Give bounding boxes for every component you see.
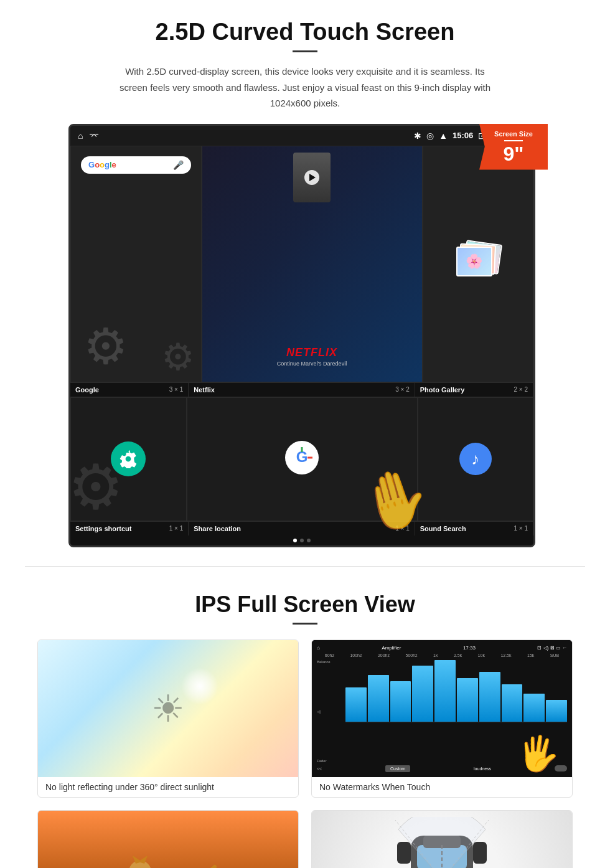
- google-label: Google: [75, 386, 99, 394]
- eq-bar-4: [412, 666, 433, 721]
- eq-loudness-label: loudness: [474, 767, 491, 771]
- gallery-img-front: 🌸: [456, 247, 492, 276]
- app-cell-google[interactable]: Google 🎤 ⚙ ⚙: [70, 146, 202, 382]
- badge-size: 9": [489, 144, 538, 164]
- app-label-share: Share location 1 × 1: [189, 522, 415, 535]
- section-ips: IPS Full Screen View ☀ No light reflecti…: [0, 573, 610, 869]
- light-burst: [181, 668, 218, 705]
- feature-no-reflection: ☀ No light reflecting under 360° direct …: [37, 639, 299, 798]
- settings-label: Settings shortcut: [75, 525, 131, 532]
- dot-3: [307, 539, 311, 542]
- sound-size: 1 × 1: [514, 525, 528, 532]
- app-label-sound: Sound Search 1 × 1: [415, 522, 533, 535]
- section1-description: With 2.5D curved-display screen, this de…: [112, 64, 498, 111]
- mic-icon[interactable]: 🎤: [173, 160, 184, 170]
- dot-2: [300, 539, 304, 542]
- sun-decoration: ☀: [151, 687, 185, 730]
- gallery-label: Photo Gallery: [420, 386, 465, 394]
- bluetooth-icon: ✱: [414, 131, 421, 141]
- eq-bar-3: [390, 681, 411, 721]
- eq-controls: ⊡ ◁) ⊠ ▭ ←: [537, 645, 567, 651]
- head-unit: ⌂ ⌤ ✱ ◎ ▲ 15:06 ⊡ ◁) ⊠ ▭: [68, 124, 535, 547]
- feature-label-no-reflection: No light reflecting under 360° direct su…: [38, 777, 298, 797]
- feature-grid: ☀ No light reflecting under 360° direct …: [37, 639, 573, 869]
- hand-on-eq-icon: 🖐: [515, 732, 561, 776]
- section2-underline: [293, 623, 317, 625]
- bg-gear-shadow2: ⚙: [161, 335, 195, 379]
- app-grid-bottom: ⚙ G 🤚: [70, 397, 533, 521]
- netflix-size: 3 × 2: [395, 386, 410, 393]
- gallery-size: 2 × 2: [514, 386, 528, 393]
- eq-freq-labels: 60hz100hz200hz500hz1k2.5k10k12.5k15kSUB: [317, 653, 567, 658]
- google-maps-icon: G: [285, 441, 319, 474]
- app-label-row-2: Settings shortcut 1 × 1 Share location 1…: [70, 521, 533, 535]
- eq-bar-7: [479, 672, 500, 721]
- app-cell-gallery[interactable]: 🌸: [423, 146, 534, 382]
- section2-title: IPS Full Screen View: [37, 592, 573, 618]
- eq-graph: [345, 660, 567, 722]
- music-note-icon: ♪: [471, 450, 479, 469]
- google-search-bar[interactable]: Google 🎤: [81, 156, 191, 174]
- netflix-logo: NETFLIX: [277, 346, 347, 359]
- status-time: 15:06: [453, 131, 473, 140]
- eq-bar-6: [457, 678, 478, 721]
- app-cell-sound[interactable]: ♪: [418, 397, 534, 521]
- svg-rect-25: [397, 842, 411, 864]
- status-bar-left: ⌂ ⌤: [78, 131, 99, 141]
- flower-icon: 🌸: [466, 253, 482, 270]
- eq-bar-9: [523, 694, 545, 722]
- feature-img-sunlight: ☀: [38, 640, 298, 777]
- eq-speaker-icon: ◁): [317, 709, 342, 714]
- usb-icon: ⌤: [89, 131, 99, 141]
- cheetah-svg: [106, 848, 230, 869]
- feature-img-cheetah: [38, 811, 298, 869]
- wifi-icon: ▲: [439, 131, 448, 141]
- share-size: 1 × 1: [395, 525, 410, 532]
- feature-img-car: [312, 811, 572, 869]
- badge-title: Screen Size: [489, 130, 538, 138]
- app-label-settings: Settings shortcut 1 × 1: [70, 522, 189, 535]
- google-logo: Google: [88, 160, 116, 169]
- maps-icon-container: G: [285, 441, 319, 477]
- eq-custom-btn: Custom: [385, 765, 410, 772]
- eq-time: 17:33: [463, 645, 476, 651]
- gallery-stack: 🌸: [453, 239, 503, 289]
- app-grid-top: Google 🎤 ⚙ ⚙: [70, 146, 533, 382]
- eq-bar-5: [434, 660, 456, 722]
- section-divider: [25, 566, 585, 567]
- app-label-row-1: Google 3 × 1 Netflix 3 × 2 Photo Gallery…: [70, 382, 533, 397]
- play-triangle: [309, 174, 316, 181]
- app-label-gallery: Photo Gallery 2 × 2: [415, 383, 533, 397]
- share-label: Share location: [194, 525, 241, 532]
- feature-no-watermarks: ⌂ Amplifier 17:33 ⊡ ◁) ⊠ ▭ ← 60hz100hz20…: [311, 639, 573, 798]
- eq-header: ⌂ Amplifier 17:33 ⊡ ◁) ⊠ ▭ ←: [317, 645, 567, 651]
- settings-size: 1 × 1: [169, 525, 184, 532]
- indicator-dots: [70, 535, 533, 545]
- play-button[interactable]: [304, 170, 319, 185]
- car-top-view-svg: [392, 817, 492, 869]
- eq-home-icon: ⌂: [317, 645, 320, 651]
- netflix-label: Netflix: [194, 386, 215, 394]
- eq-nav-arrows: <<: [317, 767, 322, 771]
- bg-gear-shadow: ⚙: [83, 318, 128, 375]
- device-mockup: Screen Size 9" ⌂ ⌤ ✱ ◎ ▲ 15:06 ⊡: [68, 124, 542, 547]
- eq-bar-2: [368, 675, 389, 721]
- app-label-google: Google 3 × 1: [70, 383, 189, 397]
- app-cell-settings[interactable]: ⚙: [70, 397, 187, 521]
- badge-divider: [504, 140, 523, 141]
- eq-bar-8: [502, 684, 523, 721]
- title-underline: [293, 50, 317, 52]
- netflix-subtitle: Continue Marvel's Daredevil: [277, 361, 347, 367]
- app-cell-netflix[interactable]: NETFLIX Continue Marvel's Daredevil: [202, 146, 423, 382]
- status-bar: ⌂ ⌤ ✱ ◎ ▲ 15:06 ⊡ ◁) ⊠ ▭: [70, 126, 533, 146]
- feature-label-no-watermarks: No Watermarks When Touch: [312, 777, 572, 797]
- feature-wide-angle: Large Viewing Angle: [311, 810, 573, 869]
- screen-size-badge: Screen Size 9": [479, 124, 548, 170]
- app-cell-share[interactable]: G 🤚: [187, 397, 418, 521]
- netflix-bg: NETFLIX Continue Marvel's Daredevil: [202, 146, 422, 382]
- settings-bg-shadow: ⚙: [70, 451, 124, 521]
- eq-screen-wrapper: ⌂ Amplifier 17:33 ⊡ ◁) ⊠ ▭ ← 60hz100hz20…: [312, 640, 572, 777]
- google-size: 3 × 1: [169, 386, 184, 393]
- sound-label: Sound Search: [420, 525, 466, 532]
- home-icon[interactable]: ⌂: [78, 131, 83, 141]
